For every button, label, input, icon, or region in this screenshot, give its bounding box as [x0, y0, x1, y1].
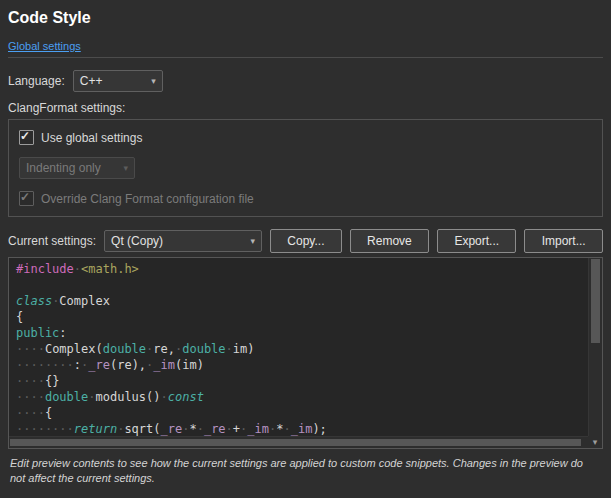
check-icon: ✓ — [20, 129, 30, 143]
code-line: ····Complex(double·re,·double·im) — [16, 341, 588, 357]
override-config-label: Override Clang Format configuration file — [41, 192, 254, 206]
current-settings-label: Current settings: — [8, 234, 96, 248]
export-button[interactable]: Export... — [437, 229, 516, 253]
separator — [8, 57, 603, 58]
code-line: class·Complex — [16, 293, 588, 309]
use-global-settings-checkbox[interactable]: ✓ Use global settings — [19, 130, 592, 145]
preview-hint-note: Edit preview contents to see how the cur… — [8, 456, 603, 486]
language-label: Language: — [8, 74, 65, 88]
code-line: { — [16, 309, 588, 325]
override-config-checkbox: ✓ Override Clang Format configuration fi… — [19, 191, 592, 206]
chevron-down-icon: ▾ — [251, 237, 256, 246]
global-settings-link[interactable]: Global settings — [8, 40, 81, 53]
chevron-down-icon: ▾ — [151, 77, 156, 86]
code-line: #include·<math.h> — [16, 261, 588, 277]
checkbox-icon: ✓ — [19, 191, 34, 206]
horizontal-scrollbar-thumb[interactable] — [10, 439, 581, 446]
code-line: ········:·_re(re),·_im(im) — [16, 357, 588, 373]
current-settings-row: Current settings: Qt (Copy) ▾ Copy... Re… — [8, 229, 603, 253]
clangformat-groupbox: ✓ Use global settings Indenting only ▾ ✓… — [8, 119, 603, 217]
code-line: ········return·sqrt(_re·*·_re·+·_im·*·_i… — [16, 421, 588, 436]
code-line: ····{ — [16, 405, 588, 421]
copy-button[interactable]: Copy... — [270, 229, 342, 253]
clangformat-settings-label: ClangFormat settings: — [8, 101, 603, 115]
code-line: ····{} — [16, 373, 588, 389]
remove-button[interactable]: Remove — [350, 229, 429, 253]
scroll-down-arrow-icon[interactable]: ▾ — [588, 436, 602, 448]
vertical-scrollbar-thumb[interactable] — [591, 259, 600, 343]
current-settings-select[interactable]: Qt (Copy) ▾ — [104, 230, 262, 252]
language-select[interactable]: C++ ▾ — [73, 70, 163, 92]
import-button[interactable]: Import... — [524, 229, 603, 253]
code-style-page: Code Style Global settings Language: C++… — [0, 0, 611, 486]
check-icon: ✓ — [20, 190, 30, 204]
use-global-settings-label: Use global settings — [41, 131, 142, 145]
code-lines[interactable]: #include·<math.h> class·Complex{public:·… — [9, 258, 588, 436]
chevron-down-icon: ▾ — [123, 164, 128, 173]
scrollbar-corner: ▾ — [588, 436, 602, 448]
horizontal-scrollbar[interactable] — [9, 436, 588, 448]
language-value: C++ — [80, 74, 103, 88]
checkbox-icon[interactable]: ✓ — [19, 130, 34, 145]
code-preview-editor[interactable]: #include·<math.h> class·Complex{public:·… — [8, 257, 603, 449]
indenting-mode-select: Indenting only ▾ — [19, 157, 135, 179]
code-line — [16, 277, 588, 293]
page-title: Code Style — [8, 10, 603, 26]
indenting-mode-value: Indenting only — [26, 161, 101, 175]
current-settings-value: Qt (Copy) — [111, 234, 163, 248]
language-row: Language: C++ ▾ — [8, 70, 603, 92]
code-line: public: — [16, 325, 588, 341]
vertical-scrollbar[interactable] — [588, 258, 602, 436]
code-line: ····double·modulus()·const — [16, 389, 588, 405]
